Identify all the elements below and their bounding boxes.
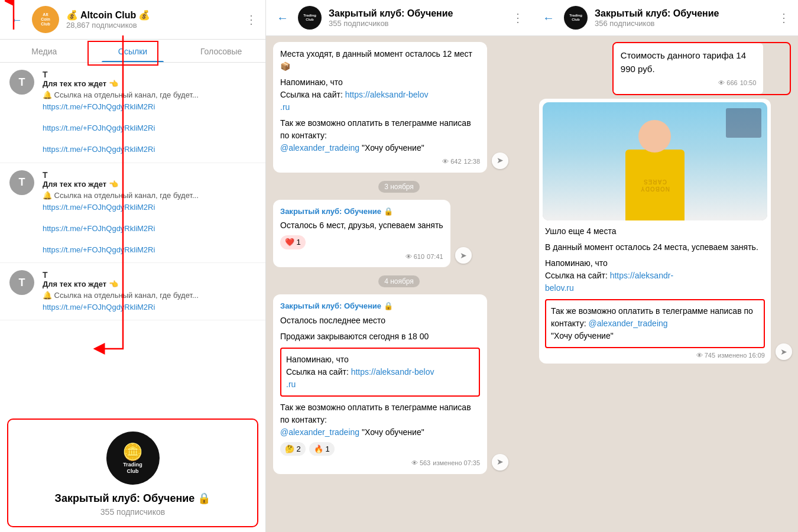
- back-button-right[interactable]: ←: [540, 9, 557, 27]
- right-msg-image: NOBODYCARES: [543, 102, 767, 220]
- link-url-2c[interactable]: https://t.me/+FOJhQgdyRkliM2Ri: [43, 245, 256, 255]
- mid-msg-1: Места уходят, в данный момент осталось 1…: [273, 42, 487, 173]
- more-button-mid[interactable]: ⋮: [512, 11, 524, 25]
- link-item-2: T T Для тех кто ждет 👈 🔔 Ссылка на отдел…: [0, 163, 265, 264]
- mid-msg-1-text: Места уходят, в данный момент осталось 1…: [280, 48, 480, 73]
- link-url-2a[interactable]: https://t.me/+FOJhQgdyRkliM2Ri: [43, 202, 256, 213]
- logo-text: TradingClub: [123, 462, 142, 475]
- forward-button-1[interactable]: ➤: [492, 153, 508, 169]
- link-avatar-2: T: [9, 170, 34, 195]
- coin-emoji-right: 💰: [138, 9, 150, 21]
- mid-msg-3-contact: Так же возможно оплатить в телеграмме на…: [280, 401, 480, 439]
- tab-media[interactable]: Медиа: [0, 40, 89, 62]
- right-msg-2-text2: В данный момент осталось 24 места, успев…: [545, 241, 765, 254]
- mid-chat: Места уходят, в данный момент осталось 1…: [266, 36, 532, 532]
- more-button-right[interactable]: ⋮: [778, 11, 790, 25]
- right-link-1[interactable]: https://aleksandr-belov.ru: [545, 271, 673, 293]
- mid-channel-title: Закрытый клуб: Обучение: [329, 8, 505, 19]
- forward-button-right[interactable]: ➤: [776, 343, 792, 360]
- right-msg-2-text1: Ушло еще 4 места: [545, 225, 765, 238]
- right-msg-1-meta: 👁 666 10:50: [621, 78, 756, 88]
- forward-button-3[interactable]: ➤: [492, 454, 508, 471]
- link-title-2: Для тех кто ждет 👈: [43, 180, 256, 189]
- mid-msg-2-time: 07:41: [427, 252, 443, 262]
- right-redbox: Так же возможно оплатить в телеграмме на…: [545, 299, 765, 348]
- link-item-1: T T Для тех кто ждет 👈 🔔 Ссылка на отдел…: [0, 63, 265, 163]
- right-chat: Стоимость данного тарифа 14 990 руб. 👁 6…: [532, 36, 798, 532]
- link-item-3: T T Для тех кто ждет 👈 🔔 Ссылка на отдел…: [0, 263, 265, 320]
- back-button-left[interactable]: ←: [8, 11, 25, 29]
- links-list: T T Для тех кто ждет 👈 🔔 Ссылка на отдел…: [0, 63, 265, 414]
- mid-channel-avatar: TradingClub: [298, 6, 322, 30]
- tabs-row: Медиа Ссылки Голосовые: [0, 40, 265, 63]
- mid-msg-3-views: 👁 563: [411, 458, 430, 468]
- mid-link-1[interactable]: https://aleksandr-belov.ru: [280, 90, 429, 112]
- trading-club-logo: 🪙 TradingClub: [106, 432, 160, 485]
- mid-msg-3-redbox-text: Напоминаю, чтоСсылка на сайт: https://al…: [286, 353, 474, 391]
- mid-msg-1-subtext: Напоминаю, чтоСсылка на сайт: https://al…: [280, 76, 480, 113]
- right-msg-2-remind: Напоминаю, чтоСсылка на сайт: https://al…: [545, 257, 765, 294]
- link-url-1c[interactable]: https://t.me/+FOJhQgdyRkliM2Ri: [43, 144, 256, 155]
- mid-link-2[interactable]: https://aleksandr-belov.ru: [286, 367, 434, 389]
- tab-links-label: Ссылки: [118, 47, 147, 56]
- right-panel: ← TradingClub Закрытый клуб: Обучение 35…: [532, 0, 798, 532]
- right-contact: @alexander_tradeing: [588, 319, 667, 328]
- forward-button-2[interactable]: ➤: [455, 247, 472, 264]
- link-url-1a[interactable]: https://t.me/+FOJhQgdyRkliM2Ri: [43, 102, 256, 112]
- link-avatar-3: T: [9, 270, 34, 295]
- date-divider-2: 4 ноября: [273, 275, 525, 286]
- mid-msg-3-reactions: 🤔 2 🔥 1: [280, 442, 480, 456]
- mid-msg-1-views: 👁 642: [442, 157, 461, 167]
- left-subscriber-count: 28,867 подписчиков: [66, 21, 238, 30]
- left-channel-name: Altcoin Club: [80, 10, 136, 21]
- tab-links[interactable]: Ссылки: [89, 40, 177, 62]
- right-msg-1-views: 👁 666: [718, 78, 737, 88]
- bottom-card-subtitle: 355 подписчиков: [100, 507, 165, 517]
- right-channel-avatar: TradingClub: [564, 6, 588, 30]
- link-content-1: T Для тех кто ждет 👈 🔔 Ссылка на отдельн…: [43, 70, 256, 155]
- mid-msg-1-contact: Так же возможно оплатить в телеграмме на…: [280, 117, 480, 154]
- link-sender-3: T: [43, 270, 256, 280]
- left-channel-title: 💰 Altcoin Club 💰: [66, 9, 238, 21]
- link-content-2: T Для тех кто ждет 👈 🔔 Ссылка на отдельн…: [43, 170, 256, 256]
- link-sender-2: T: [43, 170, 256, 180]
- bottom-channel-card[interactable]: 🪙 TradingClub Закрытый клуб: Обучение 🔒 …: [7, 419, 258, 527]
- mid-subscriber-count: 355 подписчиков: [329, 19, 505, 28]
- mid-msg-3-time: изменено 07:35: [433, 458, 480, 468]
- link-title-3: Для тех кто ждет 👈: [43, 280, 256, 288]
- link-url-2b[interactable]: https://t.me/+FOJhQgdyRkliM2Ri: [43, 223, 256, 234]
- mid-msg-2-reactions: ❤️ 1: [280, 235, 443, 249]
- mid-msg-1-time: 12:38: [464, 157, 481, 167]
- tab-voice[interactable]: Голосовые: [177, 40, 265, 62]
- right-msg-1-text: Стоимость данного тарифа 14 990 руб.: [621, 49, 756, 76]
- mid-msg-3-meta: 👁 563 изменено 07:35: [280, 458, 480, 468]
- more-button-left[interactable]: ⋮: [245, 12, 257, 27]
- mid-msg-2: Закрытый клуб: Обучение 🔒 Осталось 6 мес…: [273, 200, 450, 268]
- mid-msg-2-text: Осталось 6 мест, друзья, успеваем занять: [280, 219, 443, 232]
- right-msg-2-meta: 👁 745 изменено 16:09: [545, 351, 765, 361]
- fire-reaction[interactable]: 🔥 1: [309, 442, 335, 456]
- mid-panel: ← TradingClub Закрытый клуб: Обучение 35…: [266, 0, 532, 532]
- back-button-mid[interactable]: ←: [274, 9, 291, 27]
- date-label-1: 3 ноября: [378, 181, 420, 193]
- mid-contact-1: @alexander_tradeing: [280, 143, 359, 153]
- mid-msg-2-views: 👁 610: [406, 252, 424, 262]
- thinking-reaction[interactable]: 🤔 2: [280, 442, 306, 456]
- link-url-1b[interactable]: https://t.me/+FOJhQgdyRkliM2Ri: [43, 123, 256, 134]
- link-content-3: T Для тех кто ждет 👈 🔔 Ссылка на отдельн…: [43, 270, 256, 313]
- heart-reaction[interactable]: ❤️ 1: [280, 235, 306, 249]
- link-url-3a[interactable]: https://t.me/+FOJhQgdyRkliM2Ri: [43, 302, 256, 313]
- tab-voice-label: Голосовые: [200, 47, 242, 56]
- tab-media-label: Медиа: [31, 47, 57, 56]
- mid-msg-2-sender: Закрытый клуб: Обучение 🔒: [280, 206, 443, 218]
- coin-emoji-left: 💰: [66, 9, 78, 21]
- right-msg-2-time: изменено 16:09: [718, 351, 765, 361]
- link-desc-3: 🔔 Ссылка на отдельный канал, где будет..…: [43, 291, 256, 300]
- left-header: ← AltCoinClub 💰 Altcoin Club 💰 28,867 по…: [0, 0, 265, 40]
- right-msg-1: Стоимость данного тарифа 14 990 руб. 👁 6…: [614, 43, 763, 94]
- date-divider-1: 3 ноября: [273, 181, 525, 192]
- mid-msg-3-text: Осталось последнее место: [280, 314, 480, 327]
- link-desc-2: 🔔 Ссылка на отдельный канал, где будет..…: [43, 191, 256, 200]
- right-subscriber-count: 356 подписчиков: [595, 19, 771, 28]
- right-header-info: Закрытый клуб: Обучение 356 подписчиков: [595, 8, 771, 28]
